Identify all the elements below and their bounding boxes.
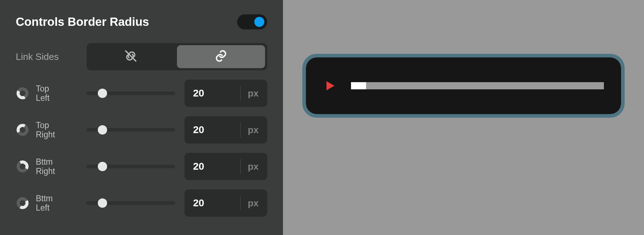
corner-label-line: Bttm [36,157,55,166]
player-preview [306,57,621,114]
radius-value: 20 [193,88,233,99]
radius-slider[interactable] [86,165,175,168]
corner-row: Bttm Right 20 px [16,153,267,180]
slider-thumb[interactable] [98,162,107,171]
slider-thumb[interactable] [98,125,107,135]
link-sides-label: Link Sides [16,51,59,62]
divider [240,196,241,211]
corner-label: Bttm Left [36,194,53,213]
divider [240,86,241,101]
progress-bar[interactable] [351,82,604,89]
corner-label: Top Right [36,121,55,140]
link-icon [214,49,228,64]
radius-unit: px [248,161,259,172]
divider [240,159,241,174]
corner-label: Top Left [36,84,49,103]
unlink-icon [124,49,138,64]
corner-row: Top Right 20 px [16,116,267,144]
toggle-knob [254,17,264,27]
corner-indicator-icon [16,196,29,210]
panel-title: Controls Border Radius [16,15,149,29]
border-radius-toggle[interactable] [237,14,267,29]
radius-unit: px [248,124,259,136]
radius-value-input[interactable]: 20 px [184,116,267,144]
slider-thumb[interactable] [98,198,107,208]
radius-unit: px [248,198,259,209]
link-sides-button[interactable] [177,45,265,68]
radius-slider[interactable] [86,201,175,205]
radius-unit: px [248,88,259,99]
radius-value: 20 [193,161,233,172]
divider [240,122,241,137]
slider-thumb[interactable] [98,89,107,98]
radius-slider[interactable] [86,91,175,95]
link-sides-segmented [87,43,267,70]
radius-value-input[interactable]: 20 px [184,80,267,107]
corner-label-line: Top [36,121,55,130]
radius-value-input[interactable]: 20 px [184,153,267,180]
radius-value: 20 [193,197,233,209]
progress-fill [351,82,366,89]
radius-slider[interactable] [86,128,175,132]
radius-value-input[interactable]: 20 px [184,189,267,217]
corner-label-line: Top [36,84,49,93]
corner-indicator-icon [16,123,29,137]
corner-label: Bttm Right [36,157,55,176]
corner-row: Top Left 20 px [16,80,267,107]
panel-header: Controls Border Radius [16,14,267,29]
corner-indicator-icon [16,160,29,173]
radius-value: 20 [193,124,233,136]
preview-area [283,0,644,235]
link-sides-row: Link Sides [16,43,267,70]
corner-indicator-icon [16,86,29,100]
corner-label-line: Right [36,130,55,139]
corner-label-line: Bttm [36,194,53,203]
corner-row: Bttm Left 20 px [16,189,267,217]
play-icon[interactable] [323,79,337,93]
corner-label-line: Left [36,93,49,103]
corner-label-line: Right [36,166,55,176]
unlink-sides-button[interactable] [87,43,175,70]
controls-panel: Controls Border Radius Link Sides [0,0,283,235]
corner-label-line: Left [36,203,53,212]
